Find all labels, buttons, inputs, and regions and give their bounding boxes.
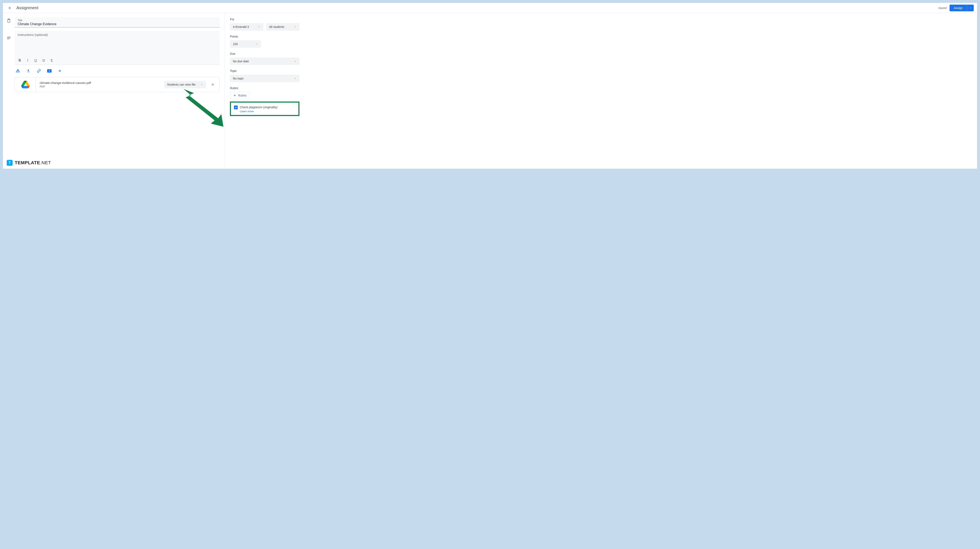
permission-label: Students can view file	[167, 83, 196, 86]
drive-icon	[16, 68, 20, 73]
link-button[interactable]	[37, 68, 41, 73]
svg-rect-8	[43, 59, 45, 60]
rubric-button[interactable]: Rubric	[230, 92, 250, 99]
chevron-down-icon	[294, 77, 296, 80]
page-title: Assignment	[16, 5, 38, 10]
create-button[interactable]	[57, 68, 62, 73]
instructions-field[interactable]: Instructions (optional) B I U	[15, 31, 220, 65]
plus-icon	[233, 94, 237, 97]
due-select[interactable]: No due date	[230, 57, 299, 65]
due-value: No due date	[233, 60, 249, 63]
main-column: Title Instructions (optional) B I U	[15, 13, 225, 169]
formatting-toolbar: B I U	[18, 57, 217, 65]
svg-point-7	[42, 59, 43, 60]
bold-button[interactable]: B	[18, 58, 22, 62]
clear-format-icon	[50, 59, 54, 62]
chevron-down-icon	[294, 60, 296, 62]
attachment-drive-logo	[15, 77, 36, 92]
clear-format-button[interactable]	[49, 58, 54, 62]
watermark-logo: T	[7, 160, 13, 166]
watermark-light: .NET	[40, 160, 51, 165]
link-icon	[37, 68, 41, 73]
attach-row	[15, 65, 220, 77]
close-button[interactable]	[7, 5, 12, 11]
svg-rect-13	[27, 72, 30, 72]
bullet-list-button[interactable]	[41, 58, 46, 62]
youtube-button[interactable]	[47, 68, 52, 73]
points-label: Points	[230, 35, 299, 38]
chevron-down-icon	[200, 83, 203, 86]
upload-button[interactable]	[26, 68, 31, 73]
watermark-text: TEMPLATE.NET	[15, 160, 51, 165]
attachment-info: climate-change-evidence-causes.pdf PDF	[36, 81, 164, 88]
svg-rect-5	[7, 38, 11, 38]
class-select[interactable]: 4-Emerald 3	[230, 23, 263, 31]
left-icon-column	[3, 13, 15, 169]
topic-label: Topic	[230, 69, 299, 73]
upload-icon	[26, 69, 30, 73]
chevron-down-icon	[258, 25, 260, 28]
chevron-down-icon	[969, 7, 972, 9]
body: Title Instructions (optional) B I U	[3, 13, 977, 169]
text-icon	[6, 36, 11, 40]
rubric-button-label: Rubric	[238, 94, 247, 97]
close-icon	[211, 83, 215, 86]
svg-rect-12	[43, 61, 45, 62]
chevron-down-icon	[256, 43, 258, 45]
class-value: 4-Emerald 3	[233, 25, 249, 29]
for-label: For	[230, 17, 299, 21]
italic-button[interactable]: I	[25, 58, 30, 62]
check-icon	[234, 106, 237, 109]
bullet-list-icon	[42, 59, 46, 62]
points-value: 100	[233, 42, 238, 46]
permission-select[interactable]: Students can view file	[164, 81, 206, 88]
plagiarism-label: Check plagiarism (originality)	[240, 106, 278, 109]
attachment-permission: Students can view file	[164, 81, 206, 88]
plus-icon	[58, 69, 62, 73]
youtube-icon	[47, 69, 52, 73]
svg-rect-10	[43, 60, 45, 60]
watermark: T TEMPLATE.NET	[7, 160, 51, 166]
svg-point-11	[42, 61, 43, 62]
students-select[interactable]: All students	[266, 23, 300, 31]
assignment-window: Assignment Saved Assign Title Instr	[3, 3, 977, 169]
plagiarism-highlight-box: Check plagiarism (originality) Learn mor…	[230, 102, 299, 116]
title-input[interactable]	[18, 22, 217, 26]
title-field[interactable]: Title	[15, 17, 220, 27]
points-select[interactable]: 100	[230, 40, 261, 48]
saved-status: Saved	[938, 6, 947, 10]
assign-button-group: Assign	[950, 5, 974, 11]
topic-value: No topic	[233, 77, 243, 80]
watermark-bold: TEMPLATE	[15, 160, 40, 165]
add-drive-button[interactable]	[16, 68, 20, 73]
svg-point-9	[42, 60, 43, 60]
svg-rect-4	[7, 37, 11, 37]
attachment-card: climate-change-evidence-causes.pdf PDF S…	[15, 77, 220, 92]
due-label: Due	[230, 52, 299, 56]
plagiarism-checkbox[interactable]	[234, 106, 238, 109]
rubric-label: Rubric	[230, 86, 299, 90]
remove-attachment-button[interactable]	[208, 80, 217, 89]
instructions-body[interactable]	[18, 36, 217, 57]
title-label: Title	[18, 19, 217, 22]
attachment-type: PDF	[40, 85, 161, 88]
close-icon	[8, 6, 12, 10]
students-value: All students	[269, 25, 284, 29]
assign-button[interactable]: Assign	[950, 5, 967, 11]
header: Assignment Saved Assign	[3, 3, 977, 13]
sidebar: For 4-Emerald 3 All students Points 100 …	[225, 13, 304, 169]
learn-more-link[interactable]: Learn more	[240, 110, 278, 113]
topic-select[interactable]: No topic	[230, 75, 299, 82]
attachment-name: climate-change-evidence-causes.pdf	[40, 81, 161, 84]
svg-rect-6	[7, 39, 10, 39]
assign-dropdown-button[interactable]	[967, 5, 974, 11]
chevron-down-icon	[294, 25, 296, 28]
clipboard-icon	[6, 19, 11, 23]
instructions-placeholder: Instructions (optional)	[18, 33, 217, 36]
underline-button[interactable]: U	[33, 58, 38, 62]
